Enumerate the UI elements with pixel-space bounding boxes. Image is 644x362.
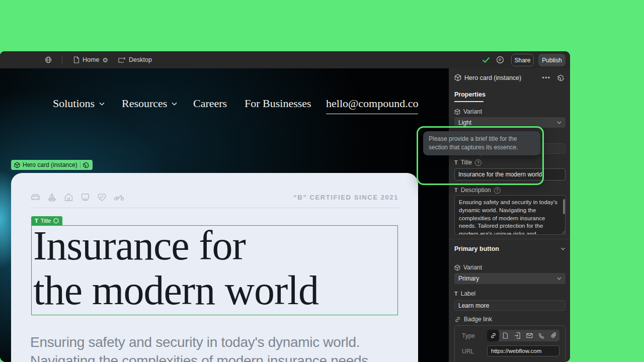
variant-property-label: Variant	[454, 108, 482, 115]
button-variant-label: Variant	[454, 264, 482, 271]
comments-icon[interactable]	[496, 51, 504, 68]
link-type-page-icon[interactable]	[499, 330, 511, 341]
link-icon	[454, 316, 461, 323]
text-icon: T	[454, 187, 458, 193]
button-label-input[interactable]	[454, 300, 566, 311]
title-property-label: T Title ?	[454, 159, 481, 166]
cube-icon	[454, 264, 460, 271]
motorcycle-icon	[113, 192, 125, 202]
component-cube-icon	[454, 74, 461, 81]
component-cube-icon	[14, 162, 20, 168]
title-input[interactable]	[454, 168, 566, 180]
dog-icon	[80, 192, 91, 202]
chevron-down-icon	[557, 121, 561, 124]
heart-icon	[97, 192, 107, 202]
chevron-down-icon	[560, 247, 566, 250]
tab-active-indicator	[454, 101, 484, 102]
page-picker[interactable]: Home ⚙	[73, 51, 108, 68]
toolbar-divider	[62, 56, 62, 64]
nav-link-resources[interactable]: Resources	[122, 97, 177, 110]
design-canvas[interactable]: Solutions Resources Careers For Business…	[0, 68, 449, 362]
top-toolbar: Home ⚙ Desktop Share Publish	[0, 51, 570, 68]
description-help-icon[interactable]: ?	[494, 187, 501, 194]
page-settings-gear-icon[interactable]: ⚙	[102, 56, 108, 64]
chevron-down-icon	[557, 277, 561, 280]
car-icon	[30, 192, 41, 202]
panel-divider	[449, 239, 570, 239]
type-label: Type	[462, 332, 475, 339]
certified-badge: “B” CERTIFIED SINCE 2021	[293, 194, 398, 201]
hero-description[interactable]: Ensuring safety and security in today's …	[30, 333, 397, 362]
button-variant-select[interactable]: Primary	[454, 273, 566, 284]
badge-link-label: Badge link	[454, 316, 492, 323]
more-options-icon[interactable]: •••	[542, 74, 550, 81]
link-type-segmented-control	[487, 330, 559, 341]
hero-card-instance-badge[interactable]: Hero card (instance)	[11, 160, 93, 170]
tooltip-arrow	[477, 151, 485, 156]
publish-button[interactable]: Publish	[538, 54, 566, 66]
panel-title: Hero card (instance)	[464, 74, 539, 81]
saved-check-icon	[482, 51, 490, 68]
chevron-down-icon	[172, 102, 177, 106]
sailboat-icon	[47, 192, 57, 202]
url-label: URL	[462, 348, 474, 355]
primary-button-section-header[interactable]: Primary button	[454, 245, 566, 252]
badge-link-group: Type URL	[454, 325, 566, 362]
button-label-label: T Label	[454, 290, 475, 297]
textarea-scrollbar[interactable]	[563, 199, 565, 214]
link-type-phone-icon[interactable]	[535, 330, 547, 341]
house-icon	[63, 192, 74, 202]
panel-header: Hero card (instance) •••	[454, 74, 565, 81]
variant-select[interactable]: Light	[454, 117, 566, 128]
designer-window: Home ⚙ Desktop Share Publish Solutions R…	[0, 51, 570, 362]
desktop-breakpoint-icon	[118, 57, 126, 63]
link-type-section-icon[interactable]	[511, 330, 523, 341]
description-property-label: T Description ?	[454, 187, 501, 194]
edit-component-icon[interactable]	[557, 74, 565, 81]
title-help-icon[interactable]: ?	[475, 159, 481, 166]
hero-card[interactable]: “B” CERTIFIED SINCE 2021 T Title Insuran…	[11, 173, 418, 362]
properties-panel: Hero card (instance) ••• Properties Vari…	[449, 68, 570, 362]
breakpoint-picker[interactable]: Desktop	[118, 51, 152, 68]
globe-icon[interactable]	[45, 51, 52, 68]
link-type-email-icon[interactable]	[523, 330, 535, 341]
page-icon	[73, 56, 79, 63]
text-icon: T	[454, 291, 458, 297]
description-textarea[interactable]: Ensuring safety and security in today's …	[454, 195, 566, 235]
share-button[interactable]: Share	[511, 54, 534, 66]
chevron-down-icon	[99, 102, 105, 106]
link-type-url-icon[interactable]	[487, 330, 499, 341]
text-icon: T	[454, 159, 458, 165]
cube-icon	[454, 109, 460, 115]
category-icons-row	[30, 192, 125, 202]
page-name: Home	[83, 56, 99, 63]
tab-properties[interactable]: Properties	[454, 91, 486, 98]
breakpoint-name: Desktop	[129, 56, 152, 63]
nav-link-for-businesses[interactable]: For Businesses	[245, 97, 311, 110]
nav-link-solutions[interactable]: Solutions	[53, 97, 105, 110]
link-type-attachment-icon[interactable]	[547, 330, 559, 341]
hero-title[interactable]: Insurance for the modern world	[33, 223, 406, 313]
badge-url-input[interactable]	[487, 345, 559, 356]
nav-link-email[interactable]: hello@compound.co	[326, 97, 418, 114]
edit-component-icon[interactable]	[83, 162, 90, 168]
card-divider	[30, 208, 398, 208]
nav-link-careers[interactable]: Careers	[193, 97, 227, 110]
